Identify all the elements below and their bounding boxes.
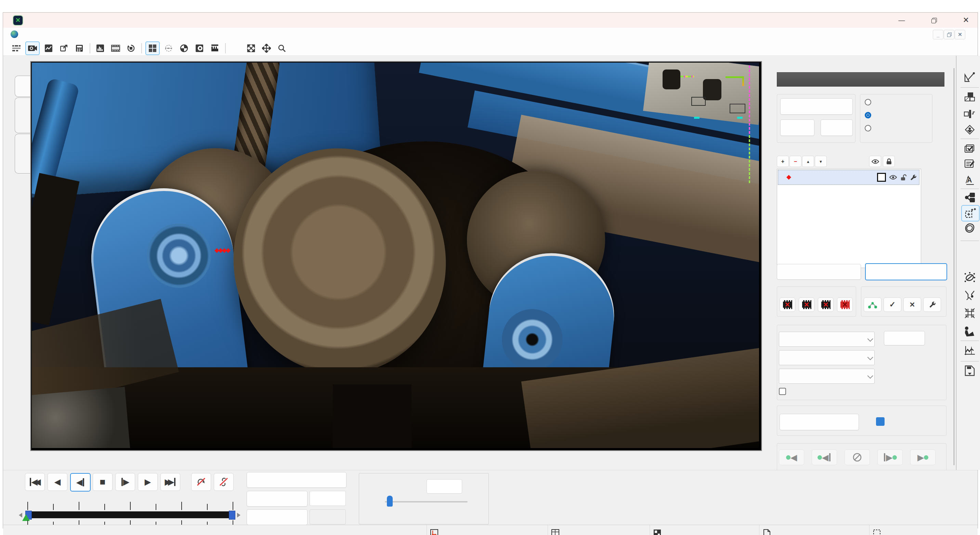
crosshair-icon[interactable] (162, 42, 175, 54)
step-back-button[interactable]: ◀ (70, 473, 91, 492)
last-frame-button[interactable]: ▶▶ (161, 473, 180, 491)
track-backward-one-button[interactable]: ◀ (812, 449, 837, 465)
feature-unlocked-icon[interactable] (900, 174, 907, 181)
feature-template-checkbox[interactable] (877, 173, 886, 182)
graph-view-icon[interactable] (42, 42, 55, 54)
compass-icon[interactable] (178, 42, 191, 54)
pan-tool-icon[interactable] (260, 42, 273, 54)
clear-before-button[interactable]: ✕ (780, 297, 795, 312)
first-frame-button[interactable]: ◀◀ (25, 473, 45, 491)
define-template-button[interactable] (777, 264, 861, 279)
settings-button[interactable] (884, 331, 925, 345)
feature-row[interactable] (778, 170, 920, 185)
mdi-restore-button[interactable] (944, 30, 955, 39)
contour-tracking-icon[interactable] (961, 221, 978, 236)
disable-button[interactable] (780, 98, 853, 115)
timeline-range-bar[interactable] (25, 511, 235, 518)
multipoint-tracking-icon[interactable] (961, 270, 978, 285)
feature-attributes-dropdown[interactable] (779, 350, 875, 365)
text-annotation-icon[interactable]: A (961, 173, 978, 188)
move-feature-up-button[interactable]: ▲ (802, 156, 814, 167)
timeline-right-nub[interactable] (237, 513, 240, 517)
track-forward-button[interactable]: ▶ (910, 449, 935, 465)
feature-tracking-tool-icon[interactable] (961, 205, 980, 222)
range-end-handle[interactable] (229, 511, 235, 520)
configure-button[interactable] (780, 414, 859, 430)
set-track-point-button[interactable] (865, 263, 947, 280)
jump-to-frame-button[interactable] (247, 491, 307, 506)
remove-feature-button[interactable]: − (789, 156, 802, 167)
lock-all-features-button[interactable] (883, 156, 895, 167)
ruler-icon[interactable] (208, 42, 221, 54)
mdi-minimize-button[interactable]: _ (933, 30, 943, 39)
merge-tool-icon[interactable] (961, 190, 978, 205)
stop-button[interactable]: ■ (93, 473, 113, 491)
tab-processed[interactable] (15, 97, 31, 133)
toggle-panels-icon[interactable] (10, 42, 23, 54)
kinematics-tool-icon[interactable] (961, 324, 978, 339)
current-frame-marker[interactable] (22, 514, 30, 521)
timeline-left-nub[interactable] (19, 513, 22, 517)
save-results-icon[interactable] (961, 363, 978, 378)
clear-all-button[interactable]: ✕ (837, 297, 853, 312)
tab-thumbnail[interactable] (15, 134, 31, 174)
interpolation-settings-button[interactable] (923, 297, 941, 312)
histogram-icon[interactable] (94, 42, 107, 54)
mdi-close-button[interactable]: ✕ (955, 30, 965, 39)
clip-editor-icon[interactable] (961, 107, 978, 121)
fit-screen-icon[interactable] (245, 42, 258, 54)
tab-raw[interactable] (15, 76, 31, 97)
zoom-tool-icon[interactable] (275, 42, 288, 54)
panel-splitter[interactable] (954, 68, 955, 465)
notes-tool-icon[interactable] (961, 157, 978, 171)
interpolation-accept-button[interactable]: ✓ (883, 297, 901, 312)
calculator-icon[interactable] (73, 42, 86, 54)
quad-view-icon[interactable] (145, 42, 160, 55)
restore-button[interactable] (923, 13, 945, 28)
set-zero-frame-button[interactable] (247, 509, 307, 525)
interpolate-curve-button[interactable] (864, 297, 881, 312)
video-viewport[interactable] (32, 63, 759, 448)
filmstrip-icon[interactable] (109, 42, 122, 54)
invert-region-icon[interactable] (193, 42, 206, 54)
export-icon[interactable] (57, 42, 70, 54)
verify-frames-icon[interactable] (961, 141, 978, 157)
draw-zoom-roi-button[interactable] (247, 472, 347, 488)
annotation-diamond-icon[interactable] (961, 122, 978, 137)
grid-tracking-icon[interactable] (961, 306, 978, 321)
layers-tool-icon[interactable] (961, 89, 978, 104)
show-all-features-button[interactable] (869, 156, 881, 167)
show-track-points-dropdown[interactable] (779, 332, 875, 347)
track-backward-button[interactable]: ◀ (779, 449, 804, 465)
feature-settings-wrench-icon[interactable] (910, 174, 916, 181)
close-button[interactable]: ✕ (955, 13, 977, 28)
minimize-button[interactable]: — (891, 13, 913, 28)
graph-results-icon[interactable] (961, 343, 978, 358)
clear-after-button[interactable]: ✕ (818, 297, 834, 312)
jump-frame-input[interactable] (310, 491, 346, 506)
radio-automatic[interactable] (865, 99, 871, 105)
interpolation-cancel-button[interactable]: ✕ (904, 297, 921, 312)
angle-tracking-icon[interactable] (961, 288, 978, 303)
step-forward-button[interactable]: ▶ (115, 473, 135, 491)
radio-step-manual[interactable] (865, 112, 871, 118)
track-forward-one-button[interactable]: ▶ (877, 449, 903, 465)
clear-frame-button[interactable]: ✕ (799, 297, 815, 312)
speed-slider-track[interactable] (385, 501, 468, 503)
save-button[interactable] (821, 120, 853, 136)
measurement-tool-icon[interactable] (961, 69, 978, 85)
play-reverse-button[interactable]: ◀ (48, 473, 67, 491)
rotate-view-icon[interactable] (124, 42, 137, 54)
track-cancel-button[interactable] (845, 449, 870, 465)
zoom-1to1-icon[interactable] (229, 42, 242, 54)
features-list[interactable] (777, 169, 921, 268)
speed-slider-handle[interactable] (387, 496, 393, 506)
interframe-attributes-dropdown[interactable] (779, 369, 875, 384)
bounce-off-button[interactable] (214, 473, 234, 491)
move-feature-down-button[interactable]: ▼ (815, 156, 827, 167)
radio-full-manual[interactable] (865, 125, 871, 131)
video-view-icon[interactable] (25, 42, 40, 55)
frame-step-input[interactable] (426, 479, 462, 493)
add-feature-button[interactable]: + (777, 156, 789, 167)
loop-off-button[interactable] (191, 473, 211, 491)
